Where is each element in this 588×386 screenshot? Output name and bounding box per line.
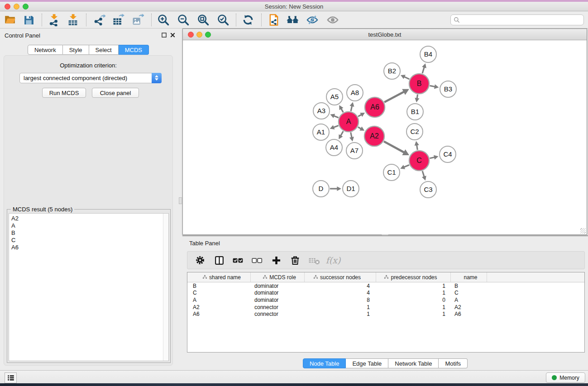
tab-network-table[interactable]: Network Table: [388, 358, 439, 368]
table-cell[interactable]: A: [451, 297, 487, 303]
table-cell[interactable]: 4: [305, 283, 376, 289]
mcds-result-list[interactable]: A2ABCA6: [9, 213, 169, 361]
new-network-from-file-button[interactable]: [266, 13, 282, 27]
table-cell[interactable]: A6: [451, 311, 487, 317]
table-cell[interactable]: 1: [305, 311, 376, 317]
select-all-button[interactable]: [231, 253, 245, 267]
graph-edge-C-C3[interactable]: [422, 171, 424, 177]
tab-mcds[interactable]: MCDS: [119, 45, 149, 55]
tab-motifs[interactable]: Motifs: [439, 358, 468, 368]
table-cell[interactable]: 4: [305, 290, 376, 296]
mcds-result-item[interactable]: A: [9, 222, 168, 229]
zoom-selected-button[interactable]: [215, 13, 231, 27]
delete-column-button[interactable]: [288, 253, 302, 267]
zoom-selected-icon: [217, 14, 229, 26]
tab-edge-table[interactable]: Edge Table: [346, 358, 388, 368]
mcds-result-item[interactable]: B: [9, 229, 168, 237]
table-cell[interactable]: dominator: [251, 297, 305, 303]
mcds-result-item[interactable]: C: [9, 237, 168, 244]
network-window-titlebar[interactable]: testGlobe.txt: [183, 29, 587, 40]
table-cell[interactable]: C: [451, 290, 487, 296]
resize-grip[interactable]: [580, 228, 586, 234]
table-settings-button[interactable]: [193, 253, 207, 267]
tab-select[interactable]: Select: [89, 45, 119, 55]
hide-selected-button[interactable]: [305, 13, 320, 27]
search-box[interactable]: [450, 14, 584, 25]
table-row[interactable]: Bdominator41B: [187, 282, 584, 290]
table-cell[interactable]: connector: [251, 304, 305, 310]
table-cell[interactable]: B: [187, 283, 251, 289]
graph-edge-B-B2[interactable]: [404, 76, 409, 79]
network-canvas[interactable]: B4B2BB3A8A5A6B1A3AA1C2A2A4A7C4CC1C3DD1: [183, 40, 587, 234]
delete-table-button[interactable]: [307, 253, 321, 267]
import-network-button[interactable]: [46, 13, 62, 27]
column-header[interactable]: name: [451, 272, 487, 282]
task-history-button[interactable]: [5, 372, 17, 383]
optimization-criterion-label: Optimization criterion:: [4, 62, 172, 69]
select-stepper-icon[interactable]: [152, 73, 162, 83]
table-row[interactable]: A6connector11A6: [187, 310, 584, 318]
table-cell[interactable]: 1: [376, 304, 451, 310]
tab-network[interactable]: Network: [28, 45, 63, 55]
function-builder-button[interactable]: f(x): [326, 253, 340, 267]
graph-edge-A6-B[interactable]: [384, 91, 404, 102]
graph-edge-B-B4[interactable]: [422, 67, 425, 73]
table-row[interactable]: Adominator80A: [187, 296, 584, 304]
table-cell[interactable]: A6: [187, 311, 251, 317]
graph-edge-C-C1[interactable]: [403, 165, 409, 167]
table-cell[interactable]: dominator: [251, 283, 305, 289]
show-column-button[interactable]: [212, 253, 226, 267]
zoom-fit-button[interactable]: [196, 13, 211, 27]
table-cell[interactable]: 1: [305, 304, 376, 310]
mcds-result-item[interactable]: A6: [9, 244, 168, 251]
zoom-out-button[interactable]: [176, 13, 191, 27]
column-header[interactable]: shared name: [187, 272, 251, 282]
table-row[interactable]: A2connector11A2: [187, 304, 584, 311]
table-cell[interactable]: dominator: [251, 290, 305, 296]
scrollbar-track[interactable]: [163, 214, 168, 361]
open-file-button[interactable]: [2, 13, 18, 27]
export-table-button[interactable]: [110, 13, 126, 27]
zoom-in-button[interactable]: [156, 13, 171, 27]
tab-node-table[interactable]: Node Table: [303, 358, 346, 368]
table-cell[interactable]: C: [187, 290, 251, 296]
graph-edge-A2-C[interactable]: [384, 141, 405, 152]
table-cell[interactable]: 1: [376, 290, 451, 296]
column-header[interactable]: MCDS role: [251, 272, 305, 282]
vertical-splitter-handle[interactable]: [179, 197, 182, 204]
import-table-button[interactable]: [65, 13, 81, 27]
table-cell[interactable]: A2: [187, 304, 251, 310]
float-panel-icon[interactable]: [162, 33, 167, 38]
toolbar-separator: [86, 14, 86, 26]
show-all-button[interactable]: [325, 13, 340, 27]
table-cell[interactable]: connector: [251, 311, 305, 317]
refresh-button[interactable]: [240, 13, 256, 27]
optimization-criterion-select[interactable]: largest connected component (directed): [19, 73, 162, 83]
graph-node-label: A: [346, 118, 351, 125]
run-mcds-button[interactable]: Run MCDS: [42, 88, 86, 98]
table-cell[interactable]: 8: [305, 297, 376, 303]
column-header[interactable]: predecessor nodes: [376, 272, 451, 282]
table-cell[interactable]: A: [187, 297, 251, 303]
close-panel-button[interactable]: Close panel: [92, 88, 139, 98]
tab-style[interactable]: Style: [63, 45, 89, 55]
first-neighbors-button[interactable]: [285, 13, 301, 27]
column-header[interactable]: successor nodes: [305, 272, 376, 282]
table-cell[interactable]: 0: [376, 297, 451, 303]
search-input[interactable]: [462, 17, 583, 23]
table-cell[interactable]: 1: [376, 311, 451, 317]
table-cell[interactable]: 1: [376, 283, 451, 289]
close-panel-icon[interactable]: [170, 33, 175, 38]
deselect-all-button[interactable]: [250, 253, 264, 267]
add-column-button[interactable]: [269, 253, 283, 267]
session-title: Session: New Session: [0, 3, 588, 10]
export-image-button[interactable]: [130, 13, 145, 27]
search-icon: [454, 17, 460, 23]
table-cell[interactable]: B: [451, 283, 487, 289]
save-session-button[interactable]: [21, 13, 36, 27]
memory-button[interactable]: Memory: [546, 372, 585, 383]
export-network-button[interactable]: [91, 13, 107, 27]
mcds-result-item[interactable]: A2: [9, 214, 168, 222]
table-cell[interactable]: A2: [451, 304, 487, 310]
table-row[interactable]: Cdominator41C: [187, 290, 584, 297]
